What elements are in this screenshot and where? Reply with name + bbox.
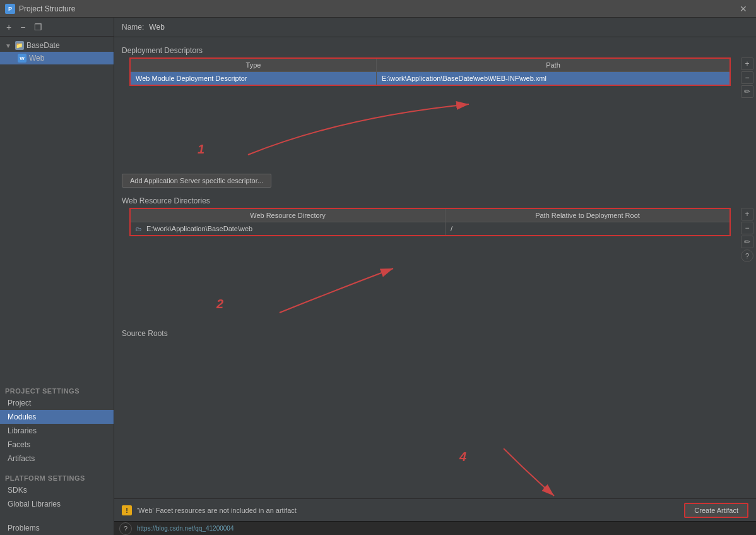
sidebar-item-project-label: Project xyxy=(8,399,31,407)
sidebar-item-facets-label: Facets xyxy=(8,440,30,449)
tree-item-web-label: Web xyxy=(29,54,44,63)
directory-cell-text: E:\work\Application\BaseDate\web xyxy=(146,225,252,232)
name-header: Name: Web xyxy=(114,18,756,37)
add-server-button[interactable]: Add Application Server specific descript… xyxy=(122,174,271,188)
close-button[interactable]: ✕ xyxy=(736,3,751,15)
add-button[interactable]: + xyxy=(4,21,14,33)
path-relative-column-header: Path Relative to Deployment Root xyxy=(446,208,730,222)
tree-item-web[interactable]: W Web xyxy=(0,52,114,64)
help-web-resource-button[interactable]: ? xyxy=(741,249,753,262)
sidebar-item-libraries-label: Libraries xyxy=(8,426,37,435)
sidebar-item-problems[interactable]: Problems xyxy=(0,521,114,535)
create-artifact-button[interactable]: Create Artifact xyxy=(684,503,748,518)
tree-item-basedate[interactable]: ▼ 📁 BaseDate xyxy=(0,39,114,52)
add-web-resource-button[interactable]: + xyxy=(741,208,753,220)
web-resource-dir-column-header: Web Resource Directory xyxy=(130,208,446,222)
folder-icon: 📁 xyxy=(15,41,24,50)
sidebar-item-global-libraries-label: Global Libraries xyxy=(8,500,61,508)
sidebar-item-facets[interactable]: Facets xyxy=(0,438,114,452)
deployment-descriptors-table: Type Path Web Module Deployment Descript… xyxy=(129,57,731,86)
annotation-num-1: 1 xyxy=(198,142,204,157)
tree-arrow: ▼ xyxy=(5,42,11,49)
web-resource-dirs-table: Web Resource Directory Path Relative to … xyxy=(129,208,731,236)
status-url-link[interactable]: https://blog.csdn.net/qq_41200004 xyxy=(137,525,233,532)
edit-web-resource-button[interactable]: ✏ xyxy=(741,236,753,248)
add-server-section: Add Application Server specific descript… xyxy=(114,174,756,193)
project-settings-section: Project Settings xyxy=(0,383,114,396)
source-roots-title: Source Roots xyxy=(114,325,756,340)
create-artifact-container: Create Artifact xyxy=(684,503,748,518)
deployment-table-wrap: Type Path Web Module Deployment Descript… xyxy=(122,57,738,86)
deployment-descriptors-title: Deployment Descriptors xyxy=(114,42,756,57)
web-resource-side-buttons: + − ✏ ? xyxy=(741,208,753,262)
path-relative-cell: / xyxy=(446,222,730,236)
sidebar-item-sdks[interactable]: SDKs xyxy=(0,483,114,497)
status-bar: ? https://blog.csdn.net/qq_41200004 xyxy=(114,521,756,535)
web-resource-dirs-title: Web Resource Directories xyxy=(114,193,756,208)
title-bar: P Project Structure ✕ xyxy=(0,0,756,18)
main-container: + − ❐ ▼ 📁 BaseDate W Web Project Setting… xyxy=(0,18,756,535)
annotation-num-2: 2 xyxy=(216,297,223,311)
annotation-area-2: 2 xyxy=(122,262,748,325)
table-row[interactable]: Web Module Deployment Descriptor E:\work… xyxy=(130,72,730,86)
type-column-header: Type xyxy=(130,58,376,72)
folder-small-icon: 🗁 xyxy=(136,225,142,232)
sidebar-item-libraries[interactable]: Libraries xyxy=(0,424,114,438)
table-row[interactable]: 🗁 E:\work\Application\BaseDate\web / xyxy=(130,222,730,236)
tree-item-label: BaseDate xyxy=(27,41,60,50)
bottom-bar: 4 ! 'Web' Facet resources are not includ… xyxy=(114,498,756,521)
window-icon: P xyxy=(5,4,15,14)
path-column-header: Path xyxy=(376,58,730,72)
edit-descriptor-button[interactable]: ✏ xyxy=(741,85,753,98)
sidebar-item-problems-label: Problems xyxy=(8,524,40,532)
sidebar-item-artifacts-label: Artifacts xyxy=(8,454,35,463)
content-scroll: Deployment Descriptors Type Path Web Mod xyxy=(114,37,756,498)
web-resource-table-wrap: Web Resource Directory Path Relative to … xyxy=(122,208,738,236)
deployment-side-buttons: + − ✏ xyxy=(741,57,753,98)
warning-message: 'Web' Facet resources are not included i… xyxy=(137,507,297,514)
tree-container: ▼ 📁 BaseDate W Web xyxy=(0,37,114,383)
status-url: https://blog.csdn.net/qq_41200004 xyxy=(137,525,233,532)
arrow-svg-1 xyxy=(122,98,748,174)
sidebar-item-modules-label: Modules xyxy=(8,412,36,421)
sidebar-item-project[interactable]: Project xyxy=(0,396,114,410)
web-icon: W xyxy=(18,54,27,63)
remove-descriptor-button[interactable]: − xyxy=(741,71,753,84)
type-cell: Web Module Deployment Descriptor xyxy=(130,72,376,86)
path-cell: E:\work\Application\BaseDate\web\WEB-INF… xyxy=(376,72,730,86)
help-button[interactable]: ? xyxy=(119,522,132,535)
sidebar-item-global-libraries[interactable]: Global Libraries xyxy=(0,497,114,511)
content-area: Name: Web Deployment Descriptors Type Pa… xyxy=(114,18,756,535)
add-descriptor-button[interactable]: + xyxy=(741,57,753,70)
sidebar-item-sdks-label: SDKs xyxy=(8,486,27,495)
sidebar-item-artifacts[interactable]: Artifacts xyxy=(0,452,114,466)
warning-icon: ! xyxy=(122,505,132,515)
annotation-area-1: 1 xyxy=(122,98,748,174)
name-value: Web xyxy=(149,23,164,32)
platform-settings-section: Platform Settings xyxy=(0,471,114,483)
remove-web-resource-button[interactable]: − xyxy=(741,222,753,234)
sidebar: + − ❐ ▼ 📁 BaseDate W Web Project Setting… xyxy=(0,18,114,535)
copy-button[interactable]: ❐ xyxy=(32,21,45,33)
name-label: Name: xyxy=(122,23,144,32)
sidebar-toolbar: + − ❐ xyxy=(0,18,114,37)
arrow-svg-2 xyxy=(122,262,748,325)
directory-cell: 🗁 E:\work\Application\BaseDate\web xyxy=(130,222,446,236)
window-title: Project Structure xyxy=(19,4,75,13)
remove-button[interactable]: − xyxy=(18,21,28,33)
sidebar-item-modules[interactable]: Modules xyxy=(0,410,114,424)
warning-icon-text: ! xyxy=(126,507,128,514)
